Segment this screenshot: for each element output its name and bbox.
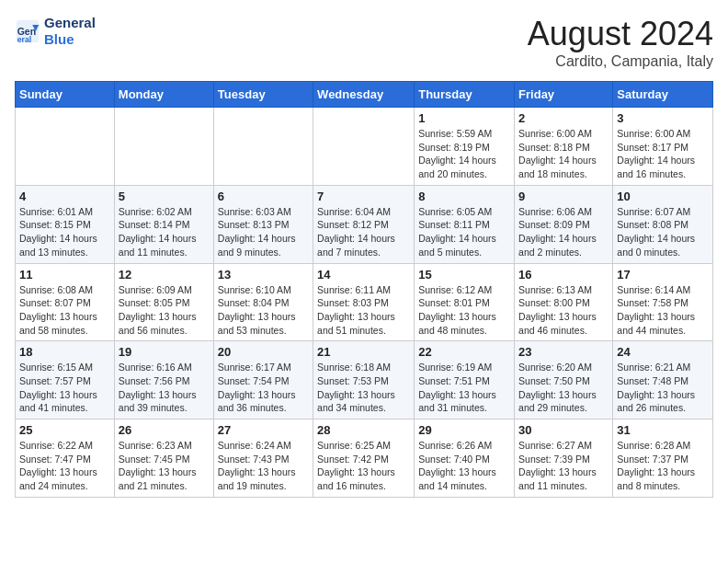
day-info: Sunrise: 6:15 AM Sunset: 7:57 PM Dayligh… xyxy=(19,361,110,415)
calendar-cell: 20Sunrise: 6:17 AM Sunset: 7:54 PM Dayli… xyxy=(213,341,313,419)
calendar-cell: 11Sunrise: 6:08 AM Sunset: 8:07 PM Dayli… xyxy=(16,263,115,341)
day-number: 18 xyxy=(19,345,110,359)
day-number: 31 xyxy=(617,423,709,437)
calendar-cell: 14Sunrise: 6:11 AM Sunset: 8:03 PM Dayli… xyxy=(313,263,415,341)
day-number: 8 xyxy=(418,190,510,203)
calendar-cell: 17Sunrise: 6:14 AM Sunset: 7:58 PM Dayli… xyxy=(613,263,713,341)
day-header-saturday: Saturday xyxy=(613,82,713,108)
day-number: 5 xyxy=(119,190,210,203)
calendar-cell: 8Sunrise: 6:05 AM Sunset: 8:11 PM Daylig… xyxy=(415,185,515,263)
calendar-cell: 7Sunrise: 6:04 AM Sunset: 8:12 PM Daylig… xyxy=(313,185,415,263)
day-number: 25 xyxy=(19,423,110,437)
day-info: Sunrise: 6:19 AM Sunset: 7:51 PM Dayligh… xyxy=(418,361,510,415)
calendar-cell: 26Sunrise: 6:23 AM Sunset: 7:45 PM Dayli… xyxy=(114,419,213,498)
calendar-cell: 4Sunrise: 6:01 AM Sunset: 8:15 PM Daylig… xyxy=(16,185,115,263)
calendar-cell: 22Sunrise: 6:19 AM Sunset: 7:51 PM Dayli… xyxy=(415,341,515,419)
calendar-cell: 15Sunrise: 6:12 AM Sunset: 8:01 PM Dayli… xyxy=(415,263,515,341)
calendar-cell: 31Sunrise: 6:28 AM Sunset: 7:37 PM Dayli… xyxy=(613,419,713,498)
day-info: Sunrise: 6:05 AM Sunset: 8:11 PM Dayligh… xyxy=(418,205,510,259)
calendar-cell: 28Sunrise: 6:25 AM Sunset: 7:42 PM Dayli… xyxy=(313,419,415,498)
calendar-week-1: 1Sunrise: 5:59 AM Sunset: 8:19 PM Daylig… xyxy=(16,108,713,186)
day-number: 24 xyxy=(617,345,709,359)
day-number: 13 xyxy=(218,268,309,282)
day-number: 20 xyxy=(218,345,309,359)
calendar-cell xyxy=(16,108,115,186)
day-number: 7 xyxy=(317,190,410,203)
calendar-cell: 23Sunrise: 6:20 AM Sunset: 7:50 PM Dayli… xyxy=(515,341,613,419)
logo-icon: Gen eral xyxy=(15,18,40,44)
day-info: Sunrise: 6:06 AM Sunset: 8:09 PM Dayligh… xyxy=(518,205,609,259)
day-info: Sunrise: 6:00 AM Sunset: 8:17 PM Dayligh… xyxy=(617,127,709,181)
day-number: 27 xyxy=(218,423,309,437)
day-number: 19 xyxy=(119,345,210,359)
day-info: Sunrise: 6:26 AM Sunset: 7:40 PM Dayligh… xyxy=(418,439,510,493)
day-info: Sunrise: 6:22 AM Sunset: 7:47 PM Dayligh… xyxy=(19,439,110,493)
day-number: 30 xyxy=(518,423,609,437)
logo-text-line1: General xyxy=(44,15,96,31)
calendar-cell: 27Sunrise: 6:24 AM Sunset: 7:43 PM Dayli… xyxy=(213,419,313,498)
calendar-cell: 25Sunrise: 6:22 AM Sunset: 7:47 PM Dayli… xyxy=(16,419,115,498)
calendar-cell: 30Sunrise: 6:27 AM Sunset: 7:39 PM Dayli… xyxy=(515,419,613,498)
day-number: 4 xyxy=(19,190,110,203)
day-info: Sunrise: 6:10 AM Sunset: 8:04 PM Dayligh… xyxy=(218,283,309,338)
header: Gen eral General Blue August 2024 Cardit… xyxy=(15,15,713,70)
day-info: Sunrise: 6:21 AM Sunset: 7:48 PM Dayligh… xyxy=(617,361,709,415)
day-info: Sunrise: 6:14 AM Sunset: 7:58 PM Dayligh… xyxy=(617,283,709,338)
calendar-week-4: 18Sunrise: 6:15 AM Sunset: 7:57 PM Dayli… xyxy=(16,341,713,419)
day-header-sunday: Sunday xyxy=(16,82,115,108)
calendar-cell: 2Sunrise: 6:00 AM Sunset: 8:18 PM Daylig… xyxy=(515,108,613,186)
logo-text-line2: Blue xyxy=(44,31,96,48)
calendar-cell: 21Sunrise: 6:18 AM Sunset: 7:53 PM Dayli… xyxy=(313,341,415,419)
day-info: Sunrise: 6:20 AM Sunset: 7:50 PM Dayligh… xyxy=(518,361,609,415)
logo: Gen eral General Blue xyxy=(15,15,96,48)
day-info: Sunrise: 6:00 AM Sunset: 8:18 PM Dayligh… xyxy=(518,127,609,181)
calendar-cell: 29Sunrise: 6:26 AM Sunset: 7:40 PM Dayli… xyxy=(415,419,515,498)
day-header-monday: Monday xyxy=(114,82,213,108)
calendar-cell: 3Sunrise: 6:00 AM Sunset: 8:17 PM Daylig… xyxy=(613,108,713,186)
day-number: 1 xyxy=(418,111,510,125)
calendar-cell: 1Sunrise: 5:59 AM Sunset: 8:19 PM Daylig… xyxy=(415,108,515,186)
calendar-cell: 13Sunrise: 6:10 AM Sunset: 8:04 PM Dayli… xyxy=(213,263,313,341)
calendar-table: SundayMondayTuesdayWednesdayThursdayFrid… xyxy=(15,81,713,498)
day-info: Sunrise: 5:59 AM Sunset: 8:19 PM Dayligh… xyxy=(418,127,510,181)
calendar-cell: 5Sunrise: 6:02 AM Sunset: 8:14 PM Daylig… xyxy=(114,185,213,263)
day-info: Sunrise: 6:09 AM Sunset: 8:05 PM Dayligh… xyxy=(119,283,210,338)
day-number: 11 xyxy=(19,268,110,282)
day-header-friday: Friday xyxy=(515,82,613,108)
day-number: 28 xyxy=(317,423,410,437)
day-info: Sunrise: 6:02 AM Sunset: 8:14 PM Dayligh… xyxy=(119,205,210,259)
day-number: 14 xyxy=(317,268,410,282)
day-info: Sunrise: 6:27 AM Sunset: 7:39 PM Dayligh… xyxy=(518,439,609,493)
day-info: Sunrise: 6:03 AM Sunset: 8:13 PM Dayligh… xyxy=(218,205,309,259)
day-info: Sunrise: 6:16 AM Sunset: 7:56 PM Dayligh… xyxy=(119,361,210,415)
calendar-week-2: 4Sunrise: 6:01 AM Sunset: 8:15 PM Daylig… xyxy=(16,185,713,263)
day-info: Sunrise: 6:23 AM Sunset: 7:45 PM Dayligh… xyxy=(119,439,210,493)
days-header-row: SundayMondayTuesdayWednesdayThursdayFrid… xyxy=(16,82,713,108)
svg-text:eral: eral xyxy=(17,35,32,44)
day-info: Sunrise: 6:17 AM Sunset: 7:54 PM Dayligh… xyxy=(218,361,309,415)
day-number: 2 xyxy=(518,111,609,125)
day-info: Sunrise: 6:18 AM Sunset: 7:53 PM Dayligh… xyxy=(317,361,410,415)
calendar-week-3: 11Sunrise: 6:08 AM Sunset: 8:07 PM Dayli… xyxy=(16,263,713,341)
day-info: Sunrise: 6:12 AM Sunset: 8:01 PM Dayligh… xyxy=(418,283,510,338)
day-number: 17 xyxy=(617,268,709,282)
day-number: 23 xyxy=(518,345,609,359)
day-info: Sunrise: 6:04 AM Sunset: 8:12 PM Dayligh… xyxy=(317,205,410,259)
day-info: Sunrise: 6:08 AM Sunset: 8:07 PM Dayligh… xyxy=(19,283,110,338)
calendar-cell: 19Sunrise: 6:16 AM Sunset: 7:56 PM Dayli… xyxy=(114,341,213,419)
day-header-wednesday: Wednesday xyxy=(313,82,415,108)
day-info: Sunrise: 6:28 AM Sunset: 7:37 PM Dayligh… xyxy=(617,439,709,493)
calendar-cell: 18Sunrise: 6:15 AM Sunset: 7:57 PM Dayli… xyxy=(16,341,115,419)
calendar-cell: 6Sunrise: 6:03 AM Sunset: 8:13 PM Daylig… xyxy=(213,185,313,263)
calendar-cell xyxy=(313,108,415,186)
day-number: 3 xyxy=(617,111,709,125)
calendar-week-5: 25Sunrise: 6:22 AM Sunset: 7:47 PM Dayli… xyxy=(16,419,713,498)
day-number: 21 xyxy=(317,345,410,359)
day-number: 12 xyxy=(119,268,210,282)
calendar-cell: 16Sunrise: 6:13 AM Sunset: 8:00 PM Dayli… xyxy=(515,263,613,341)
calendar-cell: 10Sunrise: 6:07 AM Sunset: 8:08 PM Dayli… xyxy=(613,185,713,263)
day-number: 29 xyxy=(418,423,510,437)
calendar-subtitle: Cardito, Campania, Italy xyxy=(528,53,713,70)
day-info: Sunrise: 6:13 AM Sunset: 8:00 PM Dayligh… xyxy=(518,283,609,338)
calendar-cell: 9Sunrise: 6:06 AM Sunset: 8:09 PM Daylig… xyxy=(515,185,613,263)
